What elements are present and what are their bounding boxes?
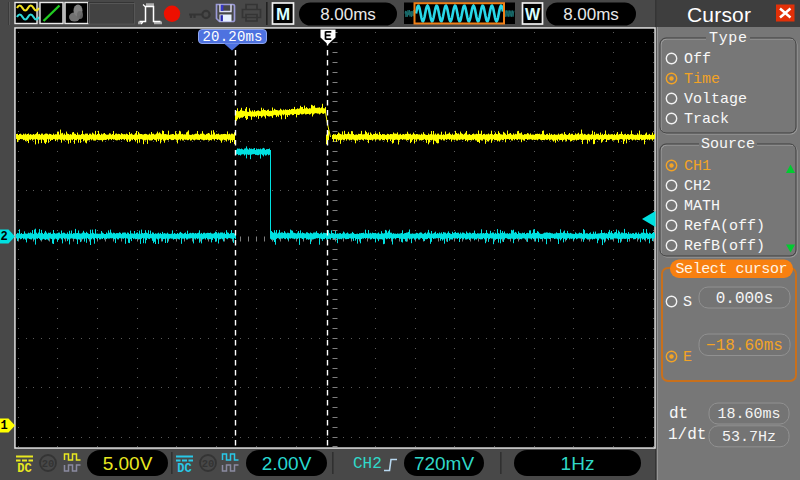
svg-text:Track: Track	[684, 111, 729, 128]
svg-text:MATH: MATH	[684, 198, 720, 215]
svg-text:1/dt: 1/dt	[668, 426, 706, 444]
svg-text:RefA(off): RefA(off)	[684, 218, 765, 235]
svg-text:Select cursor: Select cursor	[676, 261, 788, 278]
svg-text:1: 1	[0, 419, 7, 433]
svg-text:1Hz: 1Hz	[561, 453, 595, 474]
svg-text:DC: DC	[17, 462, 31, 476]
svg-text:CH2: CH2	[684, 178, 711, 195]
svg-text:20: 20	[42, 458, 55, 470]
svg-text:Cursor: Cursor	[687, 3, 751, 26]
svg-text:20: 20	[202, 458, 215, 470]
svg-text:Source: Source	[701, 136, 755, 153]
svg-text:RefB(off): RefB(off)	[684, 238, 765, 255]
svg-text:8.00ms: 8.00ms	[320, 5, 376, 24]
svg-text:DC: DC	[177, 462, 191, 476]
svg-text:dt: dt	[669, 405, 688, 423]
svg-text:20.20ms: 20.20ms	[203, 29, 263, 45]
svg-text:CH1: CH1	[684, 158, 711, 175]
svg-text:E: E	[683, 349, 692, 366]
svg-text:Off: Off	[684, 51, 711, 68]
svg-text:W: W	[525, 6, 541, 23]
svg-text:18.60ms: 18.60ms	[717, 406, 780, 423]
svg-text:S: S	[683, 294, 692, 311]
svg-text:5.00V: 5.00V	[103, 453, 153, 474]
svg-text:Type: Type	[709, 30, 747, 47]
svg-text:0.000s: 0.000s	[716, 290, 774, 308]
svg-text:−18.60ms: −18.60ms	[706, 337, 783, 355]
svg-text:53.7Hz: 53.7Hz	[722, 429, 776, 446]
svg-text:CH2: CH2	[353, 455, 382, 473]
svg-text:Time: Time	[684, 71, 720, 88]
svg-text:2.00V: 2.00V	[262, 453, 312, 474]
svg-text:8.00ms: 8.00ms	[563, 5, 619, 24]
svg-text:720mV: 720mV	[414, 453, 475, 474]
svg-text:M: M	[276, 5, 290, 24]
svg-text:Voltage: Voltage	[684, 91, 747, 108]
svg-text:2: 2	[0, 230, 7, 244]
